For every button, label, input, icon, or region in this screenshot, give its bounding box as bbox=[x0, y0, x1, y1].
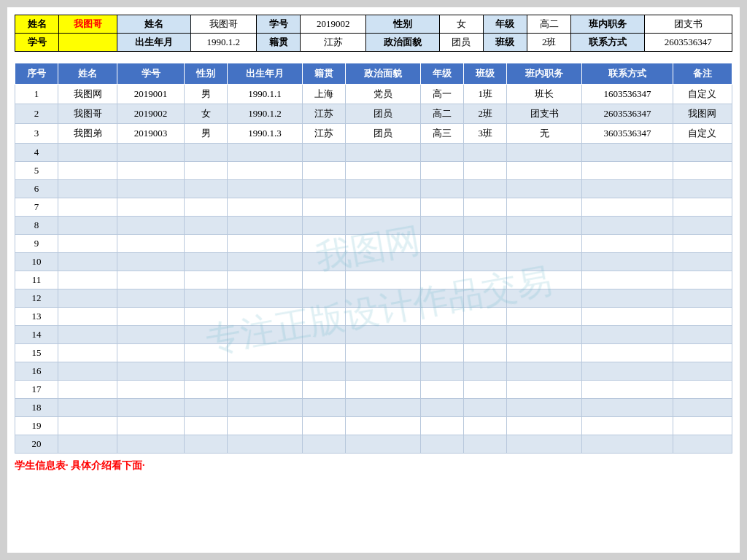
table-cell bbox=[346, 399, 421, 417]
table-cell: 17 bbox=[15, 381, 58, 399]
table-cell bbox=[582, 162, 673, 180]
table-header-cell: 联系方式 bbox=[582, 63, 673, 85]
table-cell bbox=[582, 308, 673, 326]
table-cell bbox=[346, 381, 421, 399]
table-row: 19 bbox=[15, 417, 732, 435]
table-cell bbox=[421, 253, 464, 271]
table-cell bbox=[507, 435, 582, 454]
table-cell bbox=[58, 289, 117, 308]
table-cell bbox=[673, 144, 732, 162]
info-cell: 江苏 bbox=[301, 34, 366, 52]
table-cell: 江苏 bbox=[303, 104, 346, 124]
table-cell bbox=[464, 253, 507, 271]
table-cell bbox=[303, 362, 346, 381]
table-body: 1我图网2019001男1990.1.1上海党员高一1班班长1603536347… bbox=[15, 85, 732, 454]
table-cell bbox=[346, 271, 421, 289]
table-cell bbox=[464, 162, 507, 180]
table-cell bbox=[421, 399, 464, 417]
table-cell bbox=[421, 435, 464, 454]
table-cell bbox=[117, 289, 185, 308]
table-cell bbox=[303, 235, 346, 253]
table-cell bbox=[464, 326, 507, 344]
table-cell bbox=[421, 308, 464, 326]
info-cell: 政治面貌 bbox=[366, 34, 439, 52]
info-cell: 我图哥 bbox=[190, 15, 256, 34]
table-cell bbox=[185, 217, 228, 235]
table-cell bbox=[582, 144, 673, 162]
table-cell: 高一 bbox=[421, 85, 464, 104]
table-cell bbox=[673, 198, 732, 217]
table-cell bbox=[303, 326, 346, 344]
table-cell bbox=[346, 144, 421, 162]
info-cell: 高二 bbox=[527, 15, 571, 34]
table-cell bbox=[464, 417, 507, 435]
table-row: 18 bbox=[15, 399, 732, 417]
table-header-cell: 姓名 bbox=[58, 63, 117, 85]
table-header-cell: 班级 bbox=[464, 63, 507, 85]
info-cell: 1990.1.2 bbox=[190, 34, 256, 52]
table-cell bbox=[117, 308, 185, 326]
info-cell: 姓名 bbox=[117, 15, 190, 34]
table-cell bbox=[117, 271, 185, 289]
table-cell bbox=[582, 399, 673, 417]
info-cell: 2019002 bbox=[301, 15, 366, 34]
table-cell: 1990.1.3 bbox=[228, 124, 303, 144]
table-cell bbox=[582, 381, 673, 399]
table-cell bbox=[58, 308, 117, 326]
table-cell bbox=[228, 362, 303, 381]
table-cell: 我图网 bbox=[58, 85, 117, 104]
info-row-1: 姓名我图哥姓名我图哥学号2019002性别女年级高二班内职务团支书 bbox=[15, 15, 732, 34]
table-cell: 自定义 bbox=[673, 85, 732, 104]
table-cell: 3班 bbox=[464, 124, 507, 144]
table-row: 17 bbox=[15, 381, 732, 399]
table-cell bbox=[673, 308, 732, 326]
table-row: 2我图哥2019002女1990.1.2江苏团员高二2班团支书260353634… bbox=[15, 104, 732, 124]
table-cell bbox=[346, 198, 421, 217]
table-cell bbox=[228, 308, 303, 326]
table-cell: 2 bbox=[15, 104, 58, 124]
table-cell bbox=[303, 381, 346, 399]
table-cell bbox=[185, 381, 228, 399]
table-cell bbox=[303, 271, 346, 289]
table-cell bbox=[58, 417, 117, 435]
table-cell bbox=[673, 235, 732, 253]
table-cell bbox=[346, 253, 421, 271]
table-cell: 1603536347 bbox=[582, 85, 673, 104]
table-cell bbox=[421, 362, 464, 381]
table-cell bbox=[421, 198, 464, 217]
table-cell bbox=[185, 362, 228, 381]
table-cell bbox=[185, 235, 228, 253]
table-cell bbox=[582, 435, 673, 454]
table-cell bbox=[58, 253, 117, 271]
table-cell bbox=[421, 344, 464, 362]
table-cell bbox=[185, 289, 228, 308]
table-cell bbox=[303, 308, 346, 326]
table-cell bbox=[117, 180, 185, 198]
table-row: 14 bbox=[15, 326, 732, 344]
table-cell bbox=[303, 217, 346, 235]
table-cell bbox=[303, 399, 346, 417]
table-cell bbox=[421, 217, 464, 235]
table-cell bbox=[228, 162, 303, 180]
table-cell bbox=[117, 344, 185, 362]
table-cell bbox=[464, 344, 507, 362]
table-cell bbox=[58, 180, 117, 198]
info-cell: 姓名 bbox=[15, 15, 59, 34]
table-cell: 2019001 bbox=[117, 85, 185, 104]
table-cell bbox=[421, 326, 464, 344]
main-table: 序号姓名学号性别出生年月籍贯政治面貌年级班级班内职务联系方式备注 1我图网201… bbox=[15, 63, 732, 454]
table-cell: 团员 bbox=[346, 104, 421, 124]
table-cell bbox=[185, 144, 228, 162]
table-header-cell: 性别 bbox=[185, 63, 228, 85]
table-row: 12 bbox=[15, 289, 732, 308]
table-cell bbox=[228, 235, 303, 253]
table-cell bbox=[185, 344, 228, 362]
table-cell bbox=[582, 417, 673, 435]
table-header-cell: 籍贯 bbox=[303, 63, 346, 85]
info-cell: 2班 bbox=[527, 34, 571, 52]
table-cell: 上海 bbox=[303, 85, 346, 104]
table-cell bbox=[421, 381, 464, 399]
table-cell bbox=[507, 144, 582, 162]
table-row: 8 bbox=[15, 217, 732, 235]
table-cell bbox=[303, 344, 346, 362]
